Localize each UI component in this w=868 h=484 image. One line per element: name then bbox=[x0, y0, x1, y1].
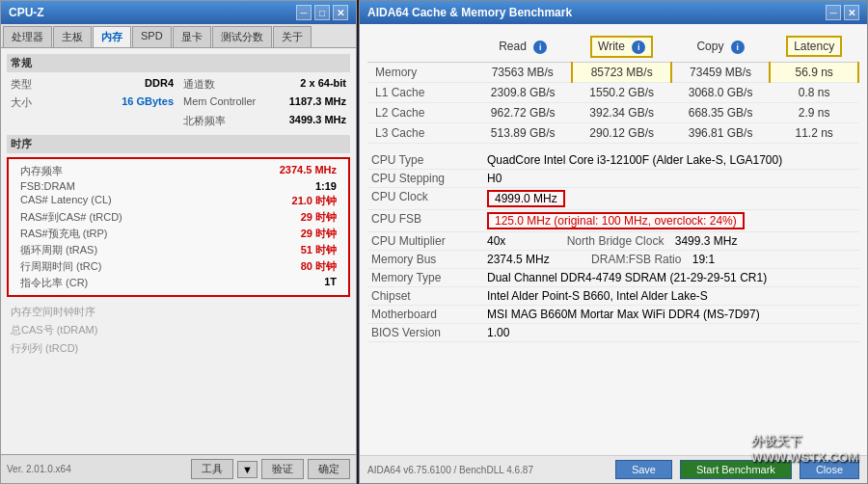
timing-trc: 行周期时间 (tRC) 80 时钟 bbox=[13, 258, 344, 275]
cpu-fsb-row: CPU FSB 125.0 MHz (original: 100 MHz, ov… bbox=[367, 210, 859, 232]
chipset-row: Chipset Intel Alder Point-S B660, Intel … bbox=[367, 287, 859, 306]
memory-bus-row: Memory Bus 2374.5 MHz DRAM:FSB Ratio 19:… bbox=[367, 251, 859, 269]
aida-window: AIDA64 Cache & Memory Benchmark ─ ✕ Read… bbox=[359, 0, 868, 484]
aida-main-content: Read i Write i Copy i bbox=[360, 24, 867, 455]
channels-row: 通道数 2 x 64-bit bbox=[179, 76, 350, 93]
tab-motherboard[interactable]: 主板 bbox=[53, 26, 92, 47]
close-button[interactable]: Close bbox=[800, 460, 859, 479]
read-info-icon[interactable]: i bbox=[533, 40, 547, 54]
aida-title: AIDA64 Cache & Memory Benchmark bbox=[367, 6, 572, 19]
memory-read: 73563 MB/s bbox=[474, 62, 572, 82]
timing-section-title: 时序 bbox=[7, 135, 350, 153]
aida-footer: AIDA64 v6.75.6100 / BenchDLL 4.6.87 Save… bbox=[360, 455, 867, 483]
aida-titlebar: AIDA64 Cache & Memory Benchmark ─ ✕ bbox=[360, 1, 867, 24]
col-copy: Copy i bbox=[671, 32, 770, 62]
tab-benchmark[interactable]: 测试分数 bbox=[212, 26, 272, 47]
l2-write: 392.34 GB/s bbox=[572, 102, 670, 122]
l1-label: L1 Cache bbox=[367, 82, 474, 102]
confirm-button[interactable]: 确定 bbox=[308, 459, 350, 479]
l1-row: L1 Cache 2309.8 GB/s 1550.2 GB/s 3068.0 … bbox=[367, 82, 858, 102]
l1-write: 1550.2 GB/s bbox=[572, 82, 670, 102]
cpu-multiplier-row: CPU Multiplier 40x North Bridge Clock 34… bbox=[367, 232, 859, 251]
timing-fsb-dram: FSB:DRAM 1:19 bbox=[13, 179, 344, 193]
bios-version-row: BIOS Version 1.00 bbox=[367, 324, 859, 342]
col-read: Read i bbox=[474, 32, 572, 62]
close-button[interactable]: ✕ bbox=[333, 5, 348, 20]
general-section-title: 常规 bbox=[7, 54, 350, 72]
l3-row: L3 Cache 513.89 GB/s 290.12 GB/s 396.81 … bbox=[367, 122, 858, 143]
tab-spd[interactable]: SPD bbox=[132, 26, 172, 47]
tab-about[interactable]: 关于 bbox=[273, 26, 312, 47]
cpu-clock-row: CPU Clock 4999.0 MHz bbox=[367, 188, 859, 210]
timing-cr: 指令比率 (CR) 1T bbox=[13, 275, 344, 291]
type-row: 类型 DDR4 bbox=[7, 76, 177, 93]
motherboard-row: Motherboard MSI MAG B660M Mortar Max WiF… bbox=[367, 306, 859, 324]
memory-label: Memory bbox=[367, 62, 474, 82]
cpuz-window: CPU-Z ─ □ ✕ 处理器 主板 内存 SPD 显卡 测试分数 关于 常规 … bbox=[0, 0, 357, 484]
l3-label: L3 Cache bbox=[367, 122, 474, 143]
l2-latency: 2.9 ns bbox=[770, 102, 858, 122]
benchmark-table: Read i Write i Copy i bbox=[367, 32, 859, 144]
l1-latency: 0.8 ns bbox=[770, 82, 858, 102]
l2-copy: 668.35 GB/s bbox=[671, 102, 770, 122]
l2-label: L2 Cache bbox=[367, 102, 474, 122]
memory-copy: 73459 MB/s bbox=[671, 62, 770, 82]
memory-latency: 56.9 ns bbox=[770, 62, 858, 82]
empty-timing-1: 内存空间时钟时序 bbox=[7, 303, 350, 321]
tools-button[interactable]: 工具 bbox=[191, 459, 233, 479]
mem-controller-row: Mem Controller 1187.3 MHz bbox=[179, 94, 350, 111]
empty-timing-2: 总CAS号 (tDRAM) bbox=[7, 321, 350, 339]
system-info-section: CPU Type QuadCore Intel Core i3-12100F (… bbox=[367, 151, 859, 342]
col-latency: Latency bbox=[770, 32, 858, 62]
cpuz-footer: Ver. 2.01.0.x64 工具 ▼ 验证 确定 bbox=[1, 454, 356, 483]
cpuz-title: CPU-Z bbox=[9, 6, 44, 19]
memory-write: 85723 MB/s bbox=[572, 62, 670, 82]
aida-close-button[interactable]: ✕ bbox=[844, 5, 859, 20]
col-write: Write i bbox=[572, 32, 670, 62]
timing-mem-freq: 内存频率 2374.5 MHz bbox=[13, 163, 344, 179]
size-row: 大小 16 GBytes bbox=[7, 94, 177, 111]
timing-box: 内存频率 2374.5 MHz FSB:DRAM 1:19 CAS# Laten… bbox=[7, 157, 350, 297]
tools-dropdown[interactable]: ▼ bbox=[237, 461, 258, 478]
cpuz-window-controls: ─ □ ✕ bbox=[296, 5, 348, 20]
footer-buttons: 工具 ▼ 验证 确定 bbox=[191, 459, 350, 479]
cpuz-main-content: 常规 类型 DDR4 通道数 2 x 64-bit 大小 16 GBytes M… bbox=[1, 48, 356, 454]
l1-read: 2309.8 GB/s bbox=[474, 82, 572, 102]
memory-type-row: Memory Type Dual Channel DDR4-4749 SDRAM… bbox=[367, 269, 859, 287]
aida-footer-buttons: Save Start Benchmark Close bbox=[615, 460, 859, 479]
l3-latency: 11.2 ns bbox=[770, 122, 858, 143]
tab-graphics[interactable]: 显卡 bbox=[173, 26, 211, 47]
nb-freq-row: 北桥频率 3499.3 MHz bbox=[179, 113, 350, 129]
cpu-stepping-row: CPU Stepping H0 bbox=[367, 170, 859, 188]
aida-version-text: AIDA64 v6.75.6100 / BenchDLL 4.6.87 bbox=[367, 465, 533, 475]
write-info-icon[interactable]: i bbox=[632, 40, 645, 54]
timing-tras: 循环周期 (tRAS) 51 时钟 bbox=[13, 242, 344, 258]
aida-minimize-button[interactable]: ─ bbox=[826, 5, 841, 20]
save-button[interactable]: Save bbox=[615, 460, 672, 479]
timing-trcd: RAS#到CAS# (tRCD) 29 时钟 bbox=[13, 209, 344, 226]
l3-read: 513.89 GB/s bbox=[474, 122, 572, 143]
timing-cas: CAS# Latency (CL) 21.0 时钟 bbox=[13, 193, 344, 209]
empty-timing-3: 行列列 (tRCD) bbox=[7, 339, 350, 358]
tab-memory[interactable]: 内存 bbox=[93, 26, 131, 47]
copy-info-icon[interactable]: i bbox=[731, 40, 745, 54]
tab-processor[interactable]: 处理器 bbox=[3, 26, 52, 47]
cpuz-titlebar: CPU-Z ─ □ ✕ bbox=[1, 1, 356, 24]
l2-read: 962.72 GB/s bbox=[474, 102, 572, 122]
col-empty bbox=[367, 32, 474, 62]
cpuz-version: Ver. 2.01.0.x64 bbox=[7, 464, 71, 474]
l1-copy: 3068.0 GB/s bbox=[671, 82, 770, 102]
timing-trp: RAS#预充电 (tRP) 29 时钟 bbox=[13, 226, 344, 242]
l3-write: 290.12 GB/s bbox=[572, 122, 670, 143]
l2-row: L2 Cache 962.72 GB/s 392.34 GB/s 668.35 … bbox=[367, 102, 858, 122]
minimize-button[interactable]: ─ bbox=[296, 5, 312, 20]
cpu-type-row: CPU Type QuadCore Intel Core i3-12100F (… bbox=[367, 151, 859, 170]
memory-row: Memory 73563 MB/s 85723 MB/s 73459 MB/s … bbox=[367, 62, 858, 82]
maximize-button[interactable]: □ bbox=[314, 5, 330, 20]
verify-button[interactable]: 验证 bbox=[261, 459, 304, 479]
l3-copy: 396.81 GB/s bbox=[671, 122, 770, 143]
aida-window-controls: ─ ✕ bbox=[826, 5, 859, 20]
start-benchmark-button[interactable]: Start Benchmark bbox=[680, 460, 792, 479]
cpuz-tab-bar: 处理器 主板 内存 SPD 显卡 测试分数 关于 bbox=[1, 24, 356, 48]
